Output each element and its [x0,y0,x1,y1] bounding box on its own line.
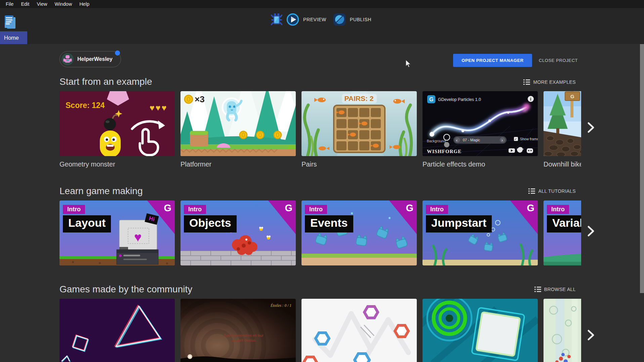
tutorial-title: Layout [63,215,111,232]
intro-tag: Intro [305,205,327,214]
card-title: Downhill bike racing [544,160,581,168]
tutorials-section-title: Learn game making [59,186,143,196]
gdevelop-logo-icon: G [406,203,413,214]
discord-icon [527,148,533,153]
community-card-1[interactable] [59,299,175,362]
community-card-5[interactable] [544,299,581,362]
svg-text:✓: ✓ [514,137,517,141]
close-project-button[interactable]: CLOSE PROJECT [537,54,580,67]
tutorial-card-jumpstart[interactable]: Intro Jumpstart G [422,201,538,265]
svg-text:♥: ♥ [134,230,142,244]
tutorial-card-objects[interactable]: Intro Objects G [180,201,296,265]
preset-label: 07 - Magic [463,138,480,142]
score-label: Score: 124 [66,101,105,110]
menu-item-file[interactable]: File [2,1,17,7]
more-examples-link[interactable]: MORE EXAMPLES [523,79,576,85]
username: HelperWesley [77,56,113,62]
tutorials-next-button[interactable] [585,223,597,239]
intro-tag: Intro [63,205,85,214]
more-examples-label: MORE EXAMPLES [533,79,576,85]
toolbar: PREVIEW PUBLISH Home [0,8,644,44]
example-card-particle-effects[interactable]: G GDevelop Particles 1.0 i Background ‹ … [422,91,538,168]
intro-tag: Intro [426,205,448,214]
gdevelop-logo-icon: G [164,203,171,214]
chevron-right-icon [587,122,595,133]
coin-count-label: ×3 [195,94,205,104]
background-label: Background [427,139,446,143]
example-card-platformer[interactable]: ×3 Platformer [180,91,296,168]
example-card-pairs[interactable]: PAIRS: 2 [301,91,417,168]
tutorial-card-events[interactable]: Intro Events G [301,201,417,265]
tutorial-card-variables[interactable]: +1 Intro Variables G [544,201,581,265]
example-card-geometry-monster[interactable]: Score: 124 ♥♥♥ [59,91,175,168]
community-card-2[interactable]: Étoiles : 0 / 1 Tuer les monstres en leu… [180,299,296,362]
account-chip[interactable]: HelperWesley [59,51,121,67]
avatar [62,53,74,65]
pairs-score-label: PAIRS: 2 [344,95,373,102]
mouse-cursor-icon [405,59,412,68]
example-card-downhill-bike[interactable]: G Downhill bike racing [544,91,581,168]
game-caption: Tuer les monstres en leur sautant dessus [219,333,268,342]
svg-text:G: G [429,97,433,102]
svg-text:‹: ‹ [456,138,457,143]
tutorial-card-layout[interactable]: ♥ Intro Layout G Hi [59,201,175,265]
tutorial-title: Jumpstart [426,215,492,232]
open-project-manager-button[interactable]: OPEN PROJECT MANAGER [453,54,532,67]
svg-text:i: i [530,97,531,102]
debug-icon[interactable] [271,13,282,26]
community-section-title: Games made by the community [59,284,192,295]
community-card-3[interactable] [301,299,417,362]
all-tutorials-label: ALL TUTORIALS [538,188,576,194]
browse-all-label: BROWSE ALL [544,287,576,292]
tutorial-title: Events [305,215,353,232]
hearts-icon: ♥♥♥ [150,103,168,112]
menu-item-window[interactable]: Window [51,1,76,7]
svg-text:G: G [570,94,574,99]
tutorial-title: Variables [547,215,581,232]
community-card-4[interactable] [422,299,538,362]
vertical-scrollbar[interactable] [640,44,644,293]
card-title: Pairs [301,160,417,168]
tab-home[interactable]: Home [0,31,27,44]
intro-tag: Intro [547,205,569,214]
menu-item-view[interactable]: View [33,1,51,7]
list-icon [534,287,541,292]
etoiles-hud: Étoiles : 0 / 1 [270,303,291,307]
menu-item-edit[interactable]: Edit [17,1,33,7]
card-title: Particle effects demo [422,160,538,168]
examples-next-button[interactable] [585,120,597,135]
tutorial-title: Objects [184,215,237,232]
all-tutorials-link[interactable]: ALL TUTORIALS [528,188,576,194]
list-icon [523,79,530,85]
card-title: Platformer [180,160,296,168]
preview-play-icon[interactable] [286,13,299,26]
gdevelop-logo-icon: G [527,203,534,214]
menu-bar: File Edit View Window Help [0,0,644,8]
community-carousel: Étoiles : 0 / 1 Tuer les monstres en leu… [59,299,581,362]
tutorials-carousel: ♥ Intro Layout G Hi [59,201,581,265]
wishforge-logo: WISHFORGE [427,149,461,154]
menu-item-help[interactable]: Help [76,1,93,7]
list-icon [528,188,535,194]
browse-all-link[interactable]: BROWSE ALL [534,287,576,292]
gdevelop-window: File Edit View Window Help [0,0,644,362]
intro-tag: Intro [184,205,206,214]
publish-label[interactable]: PUBLISH [350,17,371,22]
preview-label[interactable]: PREVIEW [303,17,326,22]
chevron-right-icon [587,329,595,341]
community-next-button[interactable] [585,327,597,343]
particles-title: GDevelop Particles 1.0 [438,97,481,102]
gdevelop-logo-icon: G [285,203,292,214]
card-title: Geometry monster [59,160,175,168]
examples-section-title: Start from an example [59,76,152,87]
chevron-right-icon [587,225,595,237]
svg-text:›: › [501,138,503,143]
show-frame-label: Show frame [520,137,538,141]
publish-globe-icon[interactable] [333,13,346,26]
project-manager-icon[interactable] [4,15,16,30]
notification-dot-icon [115,50,120,56]
examples-carousel: Score: 124 ♥♥♥ [59,91,581,169]
